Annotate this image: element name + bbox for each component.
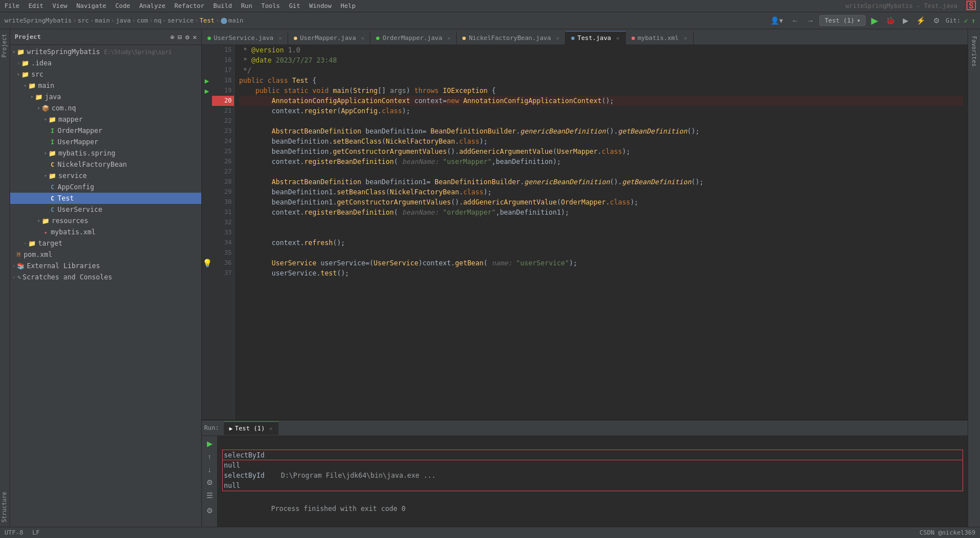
panel-settings-button[interactable]: ⚙ [204,505,215,516]
tree-item-idea[interactable]: › 📁 .idea [10,57,201,69]
tree-item-test[interactable]: C Test [10,193,201,204]
menu-analyze[interactable]: Analyze [139,2,165,10]
code-line-35 [239,248,963,258]
breadcrumb-com[interactable]: com [137,17,148,24]
run-button[interactable]: ▶ [869,14,880,27]
breadcrumb-project[interactable]: writeSpringMybatis [5,17,72,24]
tree-label-nickelfactorybean: NickelFactoryBean [58,161,127,168]
tree-item-target[interactable]: › 📁 target [10,238,201,249]
menu-refactor[interactable]: Refactor [174,2,204,10]
tree-item-usermapper[interactable]: I UserMapper [10,136,201,148]
tree-item-root[interactable]: ▾ 📁 writeSpringMybatis E:\Study\Spring\s… [10,46,201,57]
menu-code[interactable]: Code [115,2,130,10]
tab-close-ordermapper[interactable]: ✕ [447,35,451,41]
tree-item-main[interactable]: ▾ 📁 main [10,80,201,91]
debug-button[interactable]: 🐞 [884,15,897,26]
breadcrumb-test[interactable]: Test [200,17,215,24]
tree-item-extlibs[interactable]: › 📚 External Libraries [10,260,201,272]
tree-item-resources[interactable]: ▾ 📁 resources [10,215,201,226]
tab-close-nickelfactorybean[interactable]: ✕ [556,35,559,41]
run-output[interactable]: D:\Program File\jdk64\bin\java.exe ... s… [218,436,968,527]
tab-ordermapper[interactable]: OrderMapper.java ✕ [370,31,457,45]
layout-button[interactable]: ☰ [204,490,215,501]
user-icon[interactable]: 👤▾ [768,15,785,26]
favorites-label[interactable]: Favorites [970,32,978,71]
scroll-up-button[interactable]: ↑ [205,451,214,462]
bottom-tab-test[interactable]: ▶ Test (1) ✕ [224,421,279,435]
menu-tools[interactable]: Tools [261,2,280,10]
kw-static-19: static [284,86,312,96]
lightbulb-icon-36[interactable]: 💡 [202,259,212,268]
tab-close-userservice[interactable]: ✕ [279,35,282,41]
tab-close-usermapper[interactable]: ✕ [361,35,364,41]
tree-item-pomxml[interactable]: M pom.xml [10,249,201,260]
tab-close-testjava[interactable]: ✕ [616,35,620,41]
git-check-icon: ✓ [964,17,968,25]
tree-item-src[interactable]: ▾ 📁 src [10,69,201,80]
window-title: writeSpringMybatis - Test.java [845,2,957,10]
menu-git[interactable]: Git [289,2,300,10]
menu-view[interactable]: View [52,2,68,10]
project-scope-icon[interactable]: ⊕ [170,33,174,41]
tab-close-mybatisxml[interactable]: ✕ [684,35,687,41]
tab-userservice[interactable]: UserService.java ✕ [202,31,288,45]
tree-item-appconfig[interactable]: C AppConfig [10,181,201,193]
tree-item-mapper[interactable]: ▾ 📁 mapper [10,114,201,125]
bottom-tab-close[interactable]: ✕ [270,425,273,432]
forward-icon[interactable]: → [804,15,816,26]
code-scroll[interactable]: ▶ ▶ [202,45,968,420]
profile-button[interactable]: ⚡ [914,15,928,26]
tab-nickelfactorybean[interactable]: NickelFactoryBean.java ✕ [457,31,566,45]
gutter-19[interactable]: ▶ [202,86,212,96]
menu-help[interactable]: Help [341,2,356,10]
menu-edit[interactable]: Edit [29,2,44,10]
project-collapse-all-icon[interactable]: ⊟ [178,33,182,41]
run-arrow-18[interactable]: ▶ [205,77,209,85]
tab-mybatisxml[interactable]: mybatis.xml ✕ [626,31,694,45]
menu-window[interactable]: Window [309,2,332,10]
sidebar-label-project[interactable]: Project [0,29,10,62]
back-icon[interactable]: ← [789,15,801,26]
breadcrumb-method[interactable]: ⬤ [220,17,227,24]
tab-testjava[interactable]: Test.java ✕ [566,31,626,45]
breadcrumb-service[interactable]: service [167,17,193,24]
breadcrumb-java[interactable]: java [116,17,131,24]
tree-item-scratches[interactable]: › ✎ Scratches and Consoles [10,272,201,283]
gutter-36[interactable]: 💡 [202,258,212,268]
breadcrumb-main[interactable]: main [95,17,110,24]
tree-label-ordermapper: OrderMapper [58,127,102,135]
tree-item-service[interactable]: ▾ 📁 service [10,170,201,181]
menu-run[interactable]: Run [241,2,252,10]
tree-item-userservice[interactable]: C UserService [10,204,201,215]
project-close-icon[interactable]: ✕ [193,33,197,41]
kw-class-24: class [459,136,479,146]
coverage-button[interactable]: ▶ [900,15,911,26]
breadcrumb-main-method[interactable]: main [228,17,244,24]
code-class-21: . [378,106,382,116]
project-settings-icon[interactable]: ⚙ [186,33,189,41]
code-content[interactable]: * @version 1.0 * @date 2023/7/27 23:48 *… [235,45,968,420]
tree-item-java[interactable]: ▾ 📁 java [10,91,201,103]
breadcrumb-nq[interactable]: nq [154,17,161,24]
tab-usermapper[interactable]: UserMapper.java ✕ [288,31,370,45]
tree-item-mybatisxml[interactable]: ✦ mybatis.xml [10,226,201,238]
code-line-23: AbstractBeanDefinition beanDefinition= B… [239,126,963,136]
tree-item-nickelfactorybean[interactable]: C NickelFactoryBean [10,159,201,170]
scroll-down-button[interactable]: ↓ [205,464,214,475]
menu-navigate[interactable]: Navigate [77,2,107,10]
run-arrow-19[interactable]: ▶ [205,87,209,95]
tree-item-mybatisspring[interactable]: ▾ 📁 mybatis.spring [10,148,201,159]
code-paren-20: (); [602,96,614,106]
code-line-19: public static void main(String[] args) t… [239,86,963,96]
sidebar-label-structure[interactable]: Structure [0,487,10,527]
tree-item-ordermapper[interactable]: I OrderMapper [10,125,201,136]
tree-item-comnq[interactable]: ▾ 📦 com.nq [10,103,201,114]
breadcrumb-src[interactable]: src [78,17,89,24]
menu-build[interactable]: Build [213,2,232,10]
gutter-18[interactable]: ▶ [202,75,212,86]
run-green-button[interactable]: ▶ [205,438,215,449]
run-config-selector[interactable]: Test (1) ▾ [819,15,866,26]
menu-file[interactable]: File [5,2,20,10]
more-run-button[interactable]: ⚙ [931,15,942,26]
settings-button[interactable]: ⚙ [204,477,215,488]
